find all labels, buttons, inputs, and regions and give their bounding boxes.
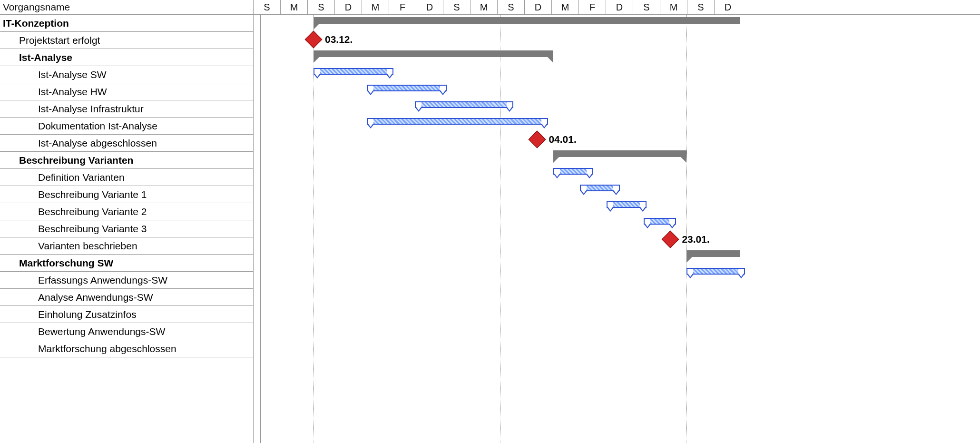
task-row[interactable]: Beschreibung Variante 2: [0, 203, 253, 220]
timeline-header-cell: F: [389, 0, 416, 14]
task-row[interactable]: Dokumentation Ist-Analyse: [0, 118, 253, 135]
task-label: Erfassungs Anwendungs-SW: [0, 272, 167, 288]
timeline-header-cell: F: [578, 0, 606, 14]
task-label: Beschreibung Variante 3: [0, 220, 147, 237]
task-row[interactable]: Ist-Analyse Infrastruktur: [0, 100, 253, 118]
task-row[interactable]: Beschreibung Varianten: [0, 152, 253, 169]
timeline-header-cell: D: [334, 0, 362, 14]
task-label: Beschreibung Variante 1: [0, 186, 147, 203]
task-row[interactable]: Beschreibung Variante 1: [0, 186, 253, 203]
gantt-milestone-label: 04.01.: [549, 134, 576, 145]
timeline-header-cell: S: [254, 0, 280, 14]
task-row[interactable]: Einholung Zusatzinfos: [0, 306, 253, 323]
task-label: Ist-Analyse HW: [0, 83, 107, 100]
task-row[interactable]: Definition Varianten: [0, 169, 253, 186]
gantt-summary-bar[interactable]: [686, 250, 740, 257]
timeline-header-cell: D: [416, 0, 443, 14]
task-list: IT-KonzeptionProjektstart erfolgtIst-Ana…: [0, 15, 253, 357]
task-row[interactable]: Bewertung Anwendungs-SW: [0, 323, 253, 340]
task-label: Ist-Analyse Infrastruktur: [0, 100, 144, 117]
task-row[interactable]: Marktforschung abgeschlossen: [0, 340, 253, 357]
task-label: Definition Varianten: [0, 169, 125, 186]
task-column: Vorgangsname IT-KonzeptionProjektstart e…: [0, 0, 254, 443]
timeline-header-cell: S: [633, 0, 660, 14]
gantt-task-bar[interactable]: [553, 168, 593, 175]
task-label: Marktforschung abgeschlossen: [0, 340, 176, 357]
task-column-header: Vorgangsname: [0, 0, 253, 15]
timeline-header-cell: M: [660, 0, 687, 14]
timeline-header-cell: M: [470, 0, 497, 14]
timeline-header-cell: D: [524, 0, 551, 14]
timeline-header-cell: S: [443, 0, 470, 14]
timeline-header-cell: S: [307, 0, 334, 14]
task-label: Bewertung Anwendungs-SW: [0, 323, 165, 340]
gantt-task-bar[interactable]: [607, 201, 647, 208]
task-label: Varianten beschrieben: [0, 237, 137, 254]
gantt-task-bar[interactable]: [580, 185, 620, 191]
task-row[interactable]: IT-Konzeption: [0, 15, 253, 32]
timeline-body[interactable]: 03.12.04.01.23.01.: [254, 14, 980, 443]
timeline-header-cell: D: [714, 0, 741, 14]
task-label: Ist-Analyse SW: [0, 66, 107, 83]
task-row[interactable]: Varianten beschrieben: [0, 237, 253, 255]
gantt-task-bar[interactable]: [314, 68, 393, 75]
gantt-task-bar[interactable]: [686, 268, 745, 275]
timeline-header-cell: D: [606, 0, 633, 14]
gantt-task-bar[interactable]: [367, 85, 447, 91]
task-row[interactable]: Projektstart erfolgt: [0, 32, 253, 49]
task-label: Marktforschung SW: [0, 255, 113, 271]
gantt-app: Vorgangsname IT-KonzeptionProjektstart e…: [0, 0, 980, 443]
gantt-milestone-icon[interactable]: [305, 30, 323, 48]
task-row[interactable]: Analyse Anwendungs-SW: [0, 289, 253, 306]
task-row[interactable]: Ist-Analyse HW: [0, 83, 253, 100]
task-label: IT-Konzeption: [0, 15, 69, 31]
task-label: Einholung Zusatzinfos: [0, 306, 137, 323]
task-row[interactable]: Beschreibung Variante 3: [0, 220, 253, 237]
task-label: Ist-Analyse abgeschlossen: [0, 135, 157, 151]
gantt-grid-separator: [500, 14, 500, 443]
timeline-header: SMSDMFDSMSDMFDSMSD: [254, 0, 980, 15]
task-label: Projektstart erfolgt: [0, 32, 100, 49]
task-label: Analyse Anwendungs-SW: [0, 289, 153, 305]
gantt-summary-bar[interactable]: [553, 150, 686, 157]
gantt-grid-separator: [314, 14, 314, 443]
task-row[interactable]: Ist-Analyse: [0, 49, 253, 66]
task-row[interactable]: Ist-Analyse abgeschlossen: [0, 135, 253, 152]
gantt-summary-bar[interactable]: [314, 50, 553, 57]
task-label: Dokumentation Ist-Analyse: [0, 118, 157, 134]
gantt-chart[interactable]: SMSDMFDSMSDMFDSMSD 03.12.04.01.23.01.: [254, 0, 980, 443]
gantt-task-bar[interactable]: [367, 118, 548, 125]
timeline-header-cell: M: [551, 0, 578, 14]
timeline-header-cell: M: [280, 0, 307, 14]
gantt-grid-separator: [260, 14, 261, 443]
task-row[interactable]: Erfassungs Anwendungs-SW: [0, 272, 253, 289]
gantt-summary-bar[interactable]: [314, 17, 740, 24]
gantt-milestone-label: 03.12.: [325, 34, 353, 45]
gantt-task-bar[interactable]: [644, 218, 676, 225]
gantt-milestone-icon[interactable]: [662, 230, 679, 248]
task-row[interactable]: Marktforschung SW: [0, 255, 253, 272]
gantt-grid-separator: [686, 14, 687, 443]
timeline-header-cell: S: [497, 0, 524, 14]
timeline-header-cell: S: [687, 0, 714, 14]
gantt-milestone-icon[interactable]: [529, 130, 546, 148]
task-label: Ist-Analyse: [0, 49, 72, 66]
gantt-milestone-label: 23.01.: [682, 234, 709, 245]
task-row[interactable]: Ist-Analyse SW: [0, 66, 253, 83]
task-label: Beschreibung Varianten: [0, 152, 133, 168]
timeline-header-cell: M: [362, 0, 389, 14]
task-label: Beschreibung Variante 2: [0, 203, 147, 220]
gantt-task-bar[interactable]: [415, 101, 513, 108]
